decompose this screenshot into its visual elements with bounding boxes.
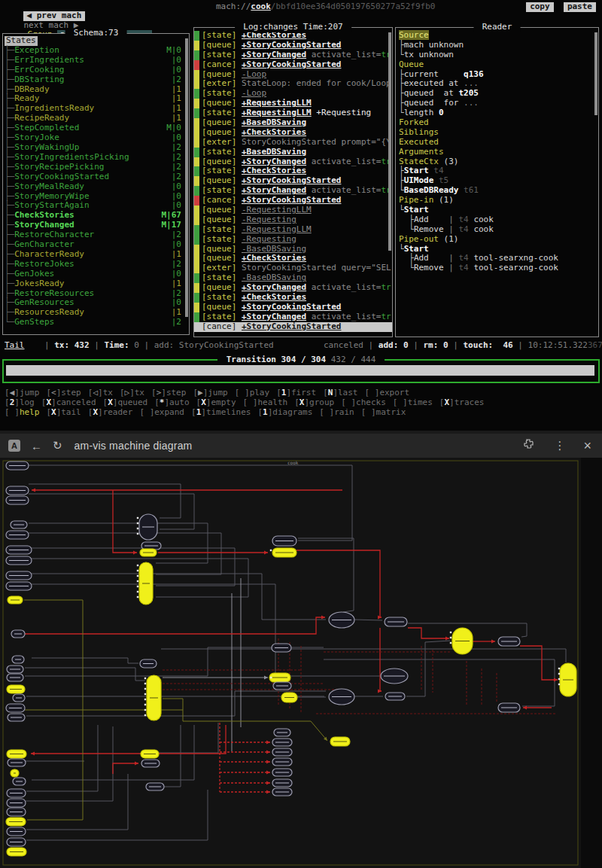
reader-row[interactable]: └tx unknown <box>399 50 598 60</box>
state-row[interactable]: ├─StoryWakingUp |2 <box>3 143 189 153</box>
shortcut-times[interactable]: [ ]times <box>393 397 433 407</box>
state-row[interactable]: ├─StoryCookingStarted |2 <box>3 172 189 182</box>
log-list: [state] +CheckStories[queue] +StoryCooki… <box>194 28 392 332</box>
machine-diagram-svg: cook <box>0 458 602 868</box>
shortcut-health[interactable]: [ ]health <box>243 397 288 407</box>
state-row[interactable]: ├─GenCharacter |0 <box>3 240 189 250</box>
refresh-icon[interactable]: ↻ <box>53 439 62 452</box>
shortcut-diagrams[interactable]: [1]diagrams <box>257 407 312 417</box>
reader-row[interactable]: Pipe-out (1) <box>399 235 598 245</box>
shortcut-help[interactable]: [ ]help <box>5 407 39 417</box>
state-row[interactable]: ├─CharacterReady |1 <box>3 250 189 260</box>
shortcut-auto[interactable]: [*]auto <box>154 397 189 407</box>
shortcut-expand[interactable]: [ ]expand <box>139 407 184 417</box>
shortcut-last[interactable]: [N]last <box>323 388 357 397</box>
menu-kebab-icon[interactable]: ⋮ <box>554 439 565 452</box>
prev-mach-button[interactable]: ◀ prev mach <box>23 11 86 21</box>
shortcut-queued[interactable]: [X]queued <box>103 397 148 407</box>
shortcut-jump[interactable]: [▶]jump <box>193 388 227 397</box>
states-scrollbar[interactable] <box>185 38 188 317</box>
mach-url: mach://cook/bbfd10ee364d050197650277a52f… <box>216 2 435 12</box>
tui-app: ◀ prev mach next mach ▶ mach://cook/bbfd… <box>0 0 602 431</box>
log-row[interactable]: [queue] +CheckStories <box>194 128 392 138</box>
log-row[interactable]: [queue] -Requesting <box>194 215 392 225</box>
log-row[interactable]: [queue] +BaseDBSaving <box>194 118 392 128</box>
shortcut-timelines[interactable]: [1]timelines <box>191 407 251 417</box>
shortcut-log[interactable]: [2]log <box>5 397 35 407</box>
log-row[interactable]: [state] +CheckStories <box>194 31 392 41</box>
state-row[interactable]: ├─GenJokes |0 <box>3 270 189 279</box>
reader-panel: Reader Source├mach unknown└tx unknownQue… <box>395 27 599 337</box>
profile-avatar[interactable]: A <box>8 440 20 452</box>
shortcut-hints: [◀]jump[<]step[◁]tx[▷]tx[>]step[▶]jump[ … <box>5 388 491 418</box>
browser-chrome: A ← ↻ am-vis machine diagram ⋮ × <box>0 431 602 461</box>
states-panel-title: Schema:73 <box>65 29 127 38</box>
state-row[interactable]: ├─ErrIngredients |0 <box>3 56 189 65</box>
shortcut-first[interactable]: [1]first <box>276 388 316 397</box>
state-row[interactable]: ├─StoryRecipePicking |2 <box>3 163 189 172</box>
shortcut-step[interactable]: [<]step <box>46 388 81 397</box>
log-row[interactable]: [state] +StoryChanged activate_list=tr <box>194 312 392 322</box>
states-list: ├─ExceptionM|0├─ErrIngredients |0├─ErrCo… <box>3 46 189 327</box>
shortcut-checks[interactable]: [ ]checks <box>341 397 386 407</box>
status-line: Tail | tx: 432 | Time: 0 | add: StoryCoo… <box>5 341 602 351</box>
shortcut-canceled[interactable]: [X]canceled <box>41 397 96 407</box>
url-host[interactable]: cook <box>251 2 271 11</box>
shortcut-play[interactable]: [ ]play <box>235 388 269 397</box>
shortcut-tx[interactable]: [◁]tx <box>88 388 113 397</box>
page-title: am-vis machine diagram <box>74 440 193 452</box>
reader-scrollbar[interactable] <box>594 32 597 115</box>
shortcut-tx[interactable]: [▷]tx <box>120 388 144 397</box>
reader-row[interactable]: Pipe-in (1) <box>399 196 598 206</box>
shortcut-group[interactable]: [X]group <box>294 397 334 407</box>
state-row[interactable]: ├─DBStarting |2 <box>3 75 189 85</box>
shortcut-rain[interactable]: [ ]rain <box>319 407 354 417</box>
state-row[interactable]: ├─ExceptionM|0 <box>3 46 189 56</box>
state-row[interactable]: ├─ErrCooking |0 <box>3 65 189 75</box>
log-scrollbar[interactable] <box>388 32 391 251</box>
state-row[interactable]: ├─StoryIngredientsPicking |2 <box>3 153 189 163</box>
log-row[interactable]: [state] -Requesting <box>194 235 392 245</box>
log-row[interactable]: [state] -RequestingLLM <box>194 225 392 235</box>
states-header[interactable]: States <box>5 36 38 46</box>
state-row[interactable]: ├─JokesReady |1 <box>3 279 189 289</box>
shortcut-reader[interactable]: [X]reader <box>88 407 133 417</box>
shortcut-step[interactable]: [>]step <box>151 388 186 397</box>
shortcut-traces[interactable]: [X]traces <box>439 397 485 407</box>
log-panel-title: Log:changes Time:207 <box>235 23 352 32</box>
close-icon[interactable]: × <box>583 438 591 454</box>
extensions-icon[interactable] <box>522 439 534 453</box>
progress-counts: 432 / 444 <box>331 355 381 364</box>
shortcut-export[interactable]: [ ]export <box>365 388 410 397</box>
log-panel: Log:changes Time:207 [state] +CheckStori… <box>193 27 393 337</box>
shortcut-empty[interactable]: [X]empty <box>196 397 236 407</box>
shortcut-tail[interactable]: [X]tail <box>46 407 81 417</box>
tui-topbar: ◀ prev mach next mach ▶ mach://cook/bbfd… <box>0 2 602 14</box>
log-row[interactable]: [exter] StoryCookingStarted prompt="{\ <box>194 138 392 148</box>
reader-row[interactable]: └Remove | t4 tool-searxng-cook <box>399 263 598 273</box>
state-row[interactable]: ├─StoryMealReady |0 <box>3 182 189 192</box>
log-row[interactable]: [cance] +StoryCookingStarted <box>194 60 392 70</box>
copy-button[interactable]: copy <box>526 2 554 12</box>
shortcut-matrix[interactable]: [ ]matrix <box>361 407 406 417</box>
reader-row[interactable]: └length 0 <box>399 108 598 118</box>
shortcut-jump[interactable]: [◀]jump <box>5 388 39 397</box>
states-panel: Schema:73 States ├─ExceptionM|0├─ErrIngr… <box>2 33 190 335</box>
log-row[interactable]: [state] +StoryChanged activate_list=tr <box>194 50 392 60</box>
machine-diagram: cook <box>0 458 602 868</box>
log-row[interactable]: [state] +CheckStories <box>194 293 392 303</box>
state-row[interactable]: ├─RestoreJokes |2 <box>3 260 189 270</box>
url-scheme: mach:// <box>216 2 251 11</box>
state-row[interactable]: └─GenSteps |2 <box>3 318 189 327</box>
back-icon[interactable]: ← <box>31 440 42 452</box>
log-row[interactable]: [queue] -RequestingLLM <box>194 206 392 215</box>
progress-title: Transition 304 / 304 <box>221 355 331 364</box>
log-row[interactable]: [queue] +StoryCookingStarted <box>194 303 392 312</box>
transition-progress[interactable]: Transition 304 / 304 432 / 444 <box>2 359 600 383</box>
paste-button[interactable]: paste <box>564 2 596 12</box>
log-row[interactable]: [state] +BaseDBSaving <box>194 148 392 157</box>
reader-panel-title: Reader <box>473 23 521 32</box>
log-row[interactable]: [cance] +StoryCookingStarted <box>194 322 392 332</box>
reader-tree: Source├mach unknown└tx unknownQueue├curr… <box>396 28 598 273</box>
log-row[interactable]: [queue] +StoryCookingStarted <box>194 41 392 50</box>
